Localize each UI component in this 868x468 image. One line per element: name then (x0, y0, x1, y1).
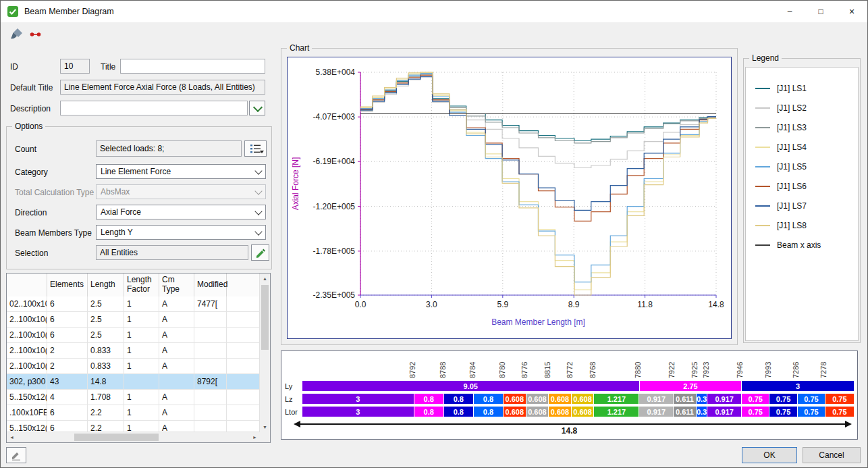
scroll-right-icon[interactable]: ► (250, 432, 260, 442)
bar-segment[interactable]: 0.611 (674, 407, 697, 417)
bar-segment[interactable]: 0.8 (474, 394, 504, 404)
table-cell-filler (227, 359, 260, 373)
bar-segment[interactable]: 0.8 (444, 407, 474, 417)
bar-row-label: Lz (281, 395, 302, 403)
legend-item[interactable]: [J1] LS4 (755, 137, 858, 157)
element-id-label: 7922 (668, 362, 676, 378)
table-header-name[interactable] (7, 274, 47, 296)
bar-segment[interactable]: 3 (742, 381, 854, 391)
bar-segment[interactable]: 0.75 (742, 407, 769, 417)
table-header-length-factor[interactable]: Length Factor (124, 274, 159, 296)
bar-segment[interactable]: 2.75 (640, 381, 742, 391)
direction-combobox[interactable]: Axial Force (96, 205, 266, 219)
legend-item[interactable]: Beam x axis (755, 235, 858, 255)
bar-segment[interactable]: 0.917 (707, 407, 742, 417)
bar-segment[interactable]: 0.608 (526, 394, 549, 404)
table-header-length[interactable]: Length (88, 274, 124, 296)
red-markers-icon[interactable] (29, 30, 43, 40)
table-row[interactable]: 5..150x12(62.21A (7, 421, 260, 432)
svg-text:-6.19E+004: -6.19E+004 (313, 157, 356, 166)
bar-segment[interactable]: 3 (302, 394, 414, 404)
selection-edit-button[interactable] (251, 244, 269, 261)
direction-label: Direction (15, 208, 47, 217)
bar-segment[interactable]: 0.608 (549, 407, 572, 417)
scroll-up-icon[interactable]: ▲ (260, 274, 270, 284)
bar-segment[interactable]: 0.8 (444, 394, 474, 404)
cancel-button[interactable]: Cancel (803, 447, 861, 463)
minimize-button[interactable]: – (774, 1, 805, 22)
scroll-left-icon[interactable]: ◄ (7, 432, 17, 442)
bar-segment[interactable]: 0.75 (825, 407, 853, 417)
legend-item[interactable]: [J1] LS7 (755, 196, 858, 215)
scrollbar-thumb[interactable] (261, 285, 269, 350)
maximize-button[interactable]: □ (805, 1, 836, 22)
bar-segment[interactable]: 0.75 (769, 407, 797, 417)
bar-segment[interactable]: 0.608 (549, 394, 572, 404)
bar-segment[interactable]: 0.3 (697, 407, 708, 417)
count-input[interactable] (96, 140, 242, 157)
bar-segment[interactable]: 1.217 (594, 407, 639, 417)
title-input[interactable] (120, 59, 265, 74)
bar-segment[interactable]: 3 (302, 407, 414, 417)
table-row[interactable]: 2..100x10(62.51A (7, 328, 260, 343)
legend-item[interactable]: [J1] LS3 (755, 118, 858, 137)
bar-segment[interactable]: 9.05 (302, 381, 640, 391)
table-header-modified[interactable]: Modified (194, 274, 227, 296)
beam-members-type-combobox[interactable]: Length Y (96, 225, 266, 240)
svg-text:5.38E+004: 5.38E+004 (316, 68, 356, 77)
bar-segment[interactable]: 0.608 (504, 407, 526, 417)
bar-segment[interactable]: 0.611 (674, 394, 697, 404)
scroll-down-icon[interactable]: ▼ (260, 422, 270, 432)
bar-segment[interactable]: 0.917 (707, 394, 742, 404)
legend-item[interactable]: [J1] LS1 (755, 78, 858, 98)
table-row[interactable]: 5..150x12(41.7081A (7, 390, 260, 405)
table-header-elements[interactable]: Elements (47, 274, 88, 296)
bar-segment[interactable]: 0.75 (742, 394, 769, 404)
count-select-button[interactable] (244, 140, 267, 157)
bar-segment[interactable]: 0.8 (414, 394, 444, 404)
description-dropdown-button[interactable] (249, 101, 265, 115)
legend-item[interactable]: [J1] LS6 (755, 176, 858, 196)
bar-segment[interactable]: 0.8 (474, 407, 504, 417)
table-header-cm-type[interactable]: Cm Type (159, 274, 194, 296)
ok-button[interactable]: OK (742, 447, 797, 463)
bar-segment[interactable]: 0.3 (697, 394, 708, 404)
bar-segment[interactable]: 0.917 (639, 407, 674, 417)
table-row[interactable]: 302, p3004314.88792[ (7, 374, 260, 390)
element-id-label: 8776 (520, 362, 528, 378)
table-row[interactable]: 2..100x10(20.8331A (7, 359, 260, 374)
table-row[interactable]: .100x10FE62.21A (7, 405, 260, 421)
legend-item[interactable]: [J1] LS2 (755, 98, 858, 118)
legend-item[interactable]: [J1] LS8 (755, 215, 858, 235)
legend-item-label: [J1] LS2 (777, 103, 807, 113)
bar-segment[interactable]: 0.75 (769, 394, 797, 404)
horizontal-scrollbar[interactable]: ◄ ► (7, 432, 260, 442)
bar-segment[interactable]: 0.608 (572, 407, 595, 417)
description-input[interactable] (60, 101, 248, 115)
bar-segment[interactable]: 0.917 (639, 394, 674, 404)
category-combobox[interactable]: Line Element Force (96, 164, 266, 179)
bar-segment[interactable]: 0.75 (825, 394, 853, 404)
vertical-scrollbar[interactable]: ▲ ▼ (259, 274, 270, 432)
bar-segment[interactable]: 1.217 (594, 394, 639, 404)
id-input[interactable] (60, 59, 90, 74)
bar-segment[interactable]: 0.8 (414, 407, 444, 417)
edit-diagram-button[interactable] (6, 447, 26, 463)
legend-item[interactable]: [J1] LS5 (755, 157, 858, 176)
table-row[interactable]: 2..100x10(20.8331A (7, 343, 260, 359)
close-button[interactable]: × (836, 1, 867, 22)
bar-segment[interactable]: 0.75 (798, 407, 825, 417)
bar-segment[interactable]: 0.608 (504, 394, 526, 404)
table-cell: 5..150x12( (7, 390, 47, 405)
table-cell (124, 374, 159, 389)
bar-segment[interactable]: 0.608 (572, 394, 595, 404)
table-cell: 2..100x10( (7, 312, 47, 327)
scrollbar-thumb[interactable] (74, 434, 159, 441)
table-cell-filler (227, 343, 260, 358)
bar-segment[interactable]: 0.75 (798, 394, 825, 404)
table-row[interactable]: 2..100x10(62.51A (7, 312, 260, 328)
chevron-down-icon (253, 102, 263, 111)
table-row[interactable]: 02..100x10(62.51A7477[ (7, 296, 260, 312)
bar-segment[interactable]: 0.608 (526, 407, 549, 417)
brush-icon[interactable] (9, 26, 24, 43)
